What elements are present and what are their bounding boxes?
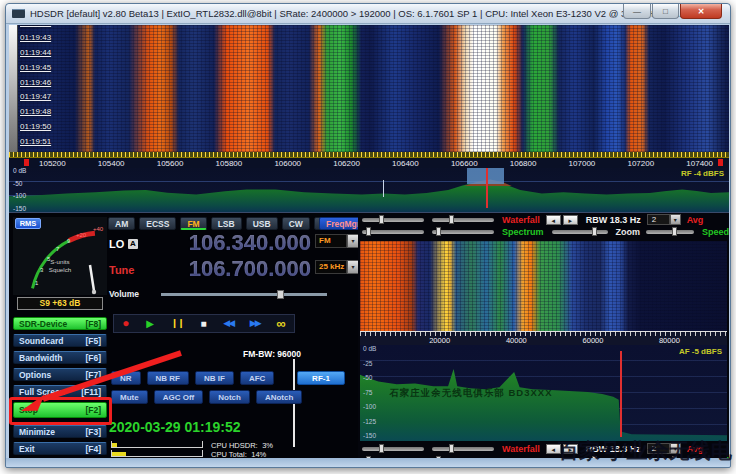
af-cutoff-line (620, 351, 622, 437)
waterfall-timestamp: 01:19:50 (20, 122, 51, 137)
waterfall-timestamp: 01:19:43 (20, 33, 51, 48)
spectrum-min-slider[interactable] (432, 230, 494, 234)
af-db-label: -100 (363, 404, 376, 411)
rf-gain-button[interactable]: RF-1 (297, 371, 345, 385)
soundcard-button[interactable]: Soundcard [F5] (13, 334, 107, 347)
lo-frequency-display[interactable]: 106.340.000 (141, 230, 311, 256)
sdr-device-button[interactable]: SDR-Device [F8] (13, 317, 107, 330)
af-frequency-label: 40000 (506, 336, 527, 345)
title-bar[interactable]: HDSDR [default] v2.80 Beta13 | ExtIO_RTL… (6, 4, 730, 24)
rf-waterfall[interactable]: 01:19:4201:19:4301:19:4401:19:4501:19:46… (9, 25, 729, 152)
dsp-row-1: NRNB RFNB IFAFC (111, 371, 274, 385)
fast-forward-icon[interactable]: ▶▶ (250, 315, 260, 332)
options-button[interactable]: Options [F7] (13, 368, 107, 381)
main-button-stack: SDR-Device [F8] Soundcard [F5] Bandwidth… (13, 317, 107, 459)
volume-label: Volume (109, 289, 139, 299)
lo-mode-dropdown[interactable]: FM ▾ (315, 234, 359, 248)
zoom-out-button[interactable]: ◂ (546, 215, 561, 225)
frequency-label: 107200 (627, 159, 654, 168)
tune-label: Tune (109, 264, 134, 276)
rf-db-label: -100 (13, 193, 26, 199)
minimize-window-button[interactable]: — (623, 4, 651, 19)
waterfall-max-slider-2[interactable] (362, 447, 424, 451)
maximize-window-button[interactable]: □ (652, 4, 679, 19)
average-dropdown[interactable]: 2 ▾ (647, 214, 681, 225)
dropdown-arrow-icon[interactable]: ▾ (670, 214, 681, 225)
frequency-label: 105600 (157, 159, 184, 168)
af-spectrum-display[interactable]: 0 dB -25 -50 -75 -100 -125 -150 AF -5 dB… (360, 345, 727, 441)
af-waterfall[interactable] (360, 241, 727, 331)
window-controls: — □ ✕ (622, 4, 722, 19)
lo-label: LO (109, 238, 124, 250)
mode-ecss[interactable]: ECSS (139, 217, 176, 230)
rbw-readout: RBW 18.3 Hz (586, 215, 641, 225)
svg-text:Squelch: Squelch (49, 266, 72, 273)
tune-step-dropdown[interactable]: 25 kHz ▾ (315, 260, 359, 274)
lo-channel-badge[interactable]: A (128, 239, 138, 249)
stop-playback-icon[interactable]: ■ (201, 315, 207, 332)
waterfall-timestamp: 01:19:42 (20, 25, 51, 33)
mode-am[interactable]: AM (108, 217, 135, 230)
frequency-label: 106400 (392, 159, 419, 168)
rf-db-label: -50 (13, 181, 26, 187)
af-level-readout: AF -5 dBFS (679, 347, 722, 356)
minimize-app-button[interactable]: Minimize [F3] (13, 425, 107, 438)
pause-icon[interactable]: ❙❙ (171, 315, 184, 332)
play-icon[interactable]: ▶ (146, 315, 154, 332)
mode-usb[interactable]: USB (246, 217, 278, 230)
waterfall-timestamp: 01:19:45 (20, 63, 51, 78)
record-icon[interactable]: ● (122, 315, 129, 332)
exit-button[interactable]: Exit [F4] (13, 442, 107, 455)
mode-fm[interactable]: FM (180, 217, 206, 230)
zoom-slider[interactable] (552, 230, 608, 234)
frequency-label: 106000 (274, 159, 301, 168)
tuning-frequency-line (486, 168, 488, 208)
mute-button[interactable]: Mute (111, 390, 148, 404)
waterfall-timestamp: 01:19:46 (20, 78, 51, 93)
frequency-label: 107400 (686, 159, 713, 168)
anotch-button[interactable]: ANotch (256, 390, 302, 404)
frequency-ruler[interactable]: 1052001054001056001058001060001062001064… (9, 152, 729, 168)
notch-button[interactable]: Notch (209, 390, 250, 404)
rms-mode-button[interactable]: RMS (15, 218, 41, 229)
rewind-icon[interactable]: ◀◀ (223, 315, 233, 332)
zoom-in-button[interactable]: ▸ (563, 215, 578, 225)
control-panel: RMS 1 3 5 7 9 +20 +40 S-units Squelch (9, 213, 358, 459)
volume-slider-handle[interactable] (277, 290, 284, 299)
mode-lsb[interactable]: LSB (211, 217, 242, 230)
speed-slider[interactable] (646, 230, 694, 234)
bandwidth-button[interactable]: Bandwidth [F6] (13, 351, 107, 364)
waterfall-min-slider[interactable] (432, 218, 494, 222)
signal-strength-readout: S9 +63 dB (17, 297, 103, 310)
af-frequency-label: 60000 (583, 336, 604, 345)
nb-if-button[interactable]: NB IF (195, 371, 234, 385)
waterfall-min-slider-2[interactable] (432, 447, 494, 451)
af-frequency-scale: 20000 40000 60000 80000 (360, 331, 727, 345)
af-db-label: -75 (363, 390, 376, 397)
nb-rf-button[interactable]: NB RF (147, 371, 189, 385)
volume-slider[interactable] (161, 293, 327, 296)
agc-off-button[interactable]: AGC Off (154, 390, 204, 404)
frequency-label: 105400 (98, 159, 125, 168)
waterfall-max-slider[interactable] (362, 218, 424, 222)
spectrum-max-slider[interactable] (362, 230, 424, 234)
mode-cw[interactable]: CW (282, 217, 310, 230)
af-db-label: -50 (363, 375, 376, 382)
rf-spectrum-trace (9, 168, 729, 212)
waterfall-label: Waterfall (502, 444, 540, 454)
cpu-hdsdr-bar (111, 441, 203, 448)
rf-spectrum-display[interactable]: 0 dB -50 -100 -150 RF -4 dBFS (9, 168, 729, 213)
rf-level-readout: RF -4 dBFS (681, 169, 724, 178)
rf-db-label: 0 dB (13, 168, 26, 174)
meter-needle (90, 265, 94, 291)
club-watermark: 石家庄业余无线电俱乐部 BD3XXX (389, 387, 552, 400)
waterfall-contrast-slider[interactable] (9, 25, 18, 152)
afc-button[interactable]: AFC (240, 371, 274, 385)
nr-button[interactable]: NR (111, 371, 141, 385)
frequency-label: 105800 (216, 159, 243, 168)
close-window-button[interactable]: ✕ (680, 4, 722, 19)
tune-frequency-display[interactable]: 106.700.000 (141, 256, 311, 282)
waterfall-timestamp: 01:19:48 (20, 107, 51, 122)
loop-icon[interactable]: ∞ (276, 315, 285, 332)
af-db-label: -25 (363, 361, 376, 368)
